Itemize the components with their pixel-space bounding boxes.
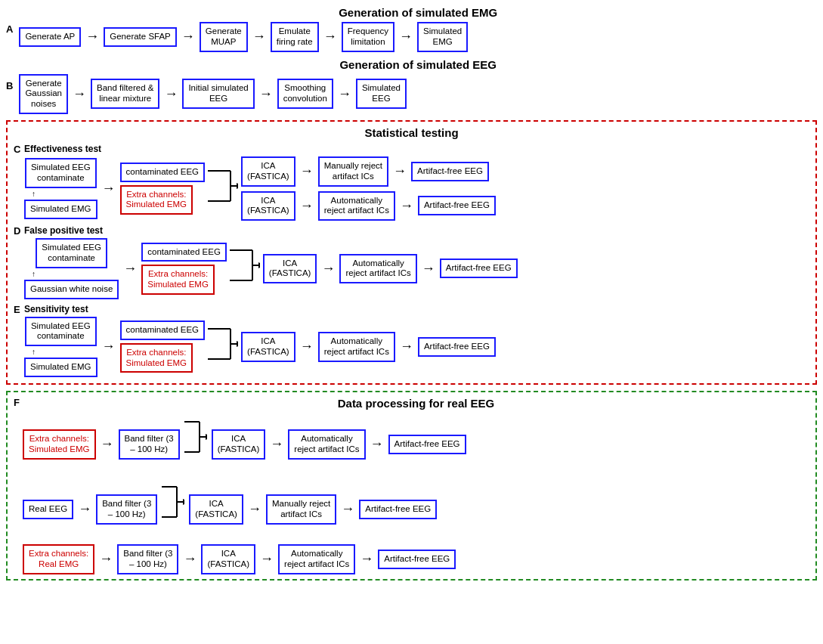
e-fork-svg <box>208 317 238 377</box>
d-input-eeg: Simulated EEGcontaminate <box>36 238 107 268</box>
e-input-emg: Simulated EMG <box>24 358 97 377</box>
label-b: B <box>6 80 13 91</box>
f-arrow-r3-1: → <box>99 551 113 567</box>
section-c: C Effectiveness test Simulated EEGcontam… <box>14 144 809 221</box>
f-arrow-ica-r1: → <box>270 436 283 452</box>
d-fork-svg <box>230 238 260 299</box>
arrow-5: → <box>399 29 413 45</box>
f-arrow-r3-2: → <box>183 551 196 567</box>
c-sublabel: Effectiveness test <box>24 144 809 154</box>
d-arrow1: → <box>123 261 137 277</box>
section-statistical: Statistical testing C Effectiveness test… <box>6 120 817 385</box>
f-filter-r2: Band filter (3– 100 Hz) <box>96 494 157 525</box>
arrow-1: → <box>85 29 99 45</box>
c-arrow-rej1: → <box>393 163 407 179</box>
section-e: E Sensitivity test Simulated EEGcontamin… <box>14 304 809 377</box>
d-arrow-ica1: → <box>321 261 335 277</box>
arrow-4: → <box>323 29 337 45</box>
c-arrow-ica2: → <box>300 198 314 214</box>
arrow-b4: → <box>338 86 351 102</box>
d-contaminated: contaminated EEG <box>141 243 227 262</box>
e-arrow-rej1: → <box>400 339 413 355</box>
e-up-arrow: ↑ <box>32 348 36 356</box>
f-reject-r1: Automaticallyreject artifact ICs <box>288 429 365 460</box>
e-arrow-ica1: → <box>300 339 314 355</box>
box-simulated-eeg-b: SimulatedEEG <box>356 79 407 109</box>
box-smoothing: Smoothingconvolution <box>277 79 333 109</box>
d-extra-channels: Extra channels:Simulated EMG <box>141 265 215 295</box>
f-ica-r3: ICA(FASTICA) <box>201 544 255 574</box>
arrow-3: → <box>252 29 266 45</box>
box-generate-ap: Generate AP <box>19 27 81 47</box>
c-input-eeg: Simulated EEGcontaminate <box>25 158 97 188</box>
box-generate-sfap: Generate SFAP <box>104 27 177 47</box>
c-fork-svg <box>208 159 238 219</box>
f-reject-r2: Manually rejectartifact ICs <box>266 494 336 525</box>
section-a-title: Generation of simulated EMG <box>19 6 817 19</box>
e-reject1: Automaticallyreject artifact ICs <box>318 332 395 362</box>
f-arrow-r2-1: → <box>78 501 91 517</box>
svg-marker-4 <box>237 183 238 189</box>
e-contaminated: contaminated EEG <box>120 320 206 340</box>
label-f: F <box>14 397 21 408</box>
section-a: A Generation of simulated EMG Generate A… <box>6 6 817 52</box>
f-ica-r1: ICA(FASTICA) <box>212 429 266 460</box>
c-output2: Artifact-free EEG <box>418 196 496 215</box>
f-ica-r2: ICA(FASTICA) <box>189 494 243 525</box>
d-ica1: ICA(FASTICA) <box>263 254 317 284</box>
d-sublabel: False positive test <box>24 225 809 236</box>
f-arrow-rej-r1: → <box>370 436 384 452</box>
arrow-b3: → <box>259 86 273 102</box>
c-input-emg: Simulated EMG <box>24 200 97 219</box>
c-output1: Artifact-free EEG <box>411 162 489 181</box>
svg-marker-9 <box>258 262 260 268</box>
c-ica1: ICA(FASTICA) <box>241 156 295 187</box>
e-arrow1: → <box>102 339 116 355</box>
c-reject1: Manually rejectartifact ICs <box>318 156 388 187</box>
e-extra-channels: Extra channels:Simulated EMG <box>120 343 193 373</box>
section-b: B Generation of simulated EEG GenerateGa… <box>6 58 817 114</box>
c-arrow1: → <box>102 181 116 197</box>
label-a: A <box>6 23 13 35</box>
e-sublabel: Sensitivity test <box>24 304 809 314</box>
f-title: Data processing for real EEG <box>23 397 809 410</box>
section-f: F Data processing for real EEG Extra cha… <box>6 391 817 581</box>
f-filter-r1: Band filter (3– 100 Hz) <box>119 429 180 460</box>
c-contaminated: contaminated EEG <box>120 163 206 182</box>
d-output1: Artifact-free EEG <box>440 259 518 278</box>
f-input-simemg: Extra channels:Simulated EMG <box>23 429 96 460</box>
e-ica1: ICA(FASTICA) <box>241 332 295 362</box>
svg-marker-14 <box>237 341 238 347</box>
arrow-2: → <box>181 29 195 45</box>
arrow-b2: → <box>164 86 178 102</box>
section-d: D False positive test Simulated EEGconta… <box>14 225 809 299</box>
box-initial-eeg: Initial simulatedEEG <box>182 79 254 109</box>
d-reject1: Automaticallyreject artifact ICs <box>339 254 416 284</box>
e-output1: Artifact-free EEG <box>418 337 496 357</box>
f-input-realeeg: Real EEG <box>23 500 73 519</box>
c-arrow-ica1: → <box>300 163 314 179</box>
box-simulated-emg: SimulatedEMG <box>417 22 468 52</box>
box-generate-muap: GenerateMUAP <box>200 22 248 52</box>
f-output-r2: Artifact-free EEG <box>359 500 437 519</box>
stat-title: Statistical testing <box>14 126 809 139</box>
d-up-arrow: ↑ <box>32 270 36 278</box>
c-up-arrow: ↑ <box>32 190 36 198</box>
f-arrow-ica-r2: → <box>248 501 261 517</box>
f-input-realemg: Extra channels:Real EMG <box>23 544 94 574</box>
label-d: D <box>14 225 21 237</box>
c-arrow-rej2: → <box>400 198 413 214</box>
f-arrow-rej-r3: → <box>360 551 373 567</box>
f-fork-top-svg <box>184 414 207 475</box>
box-band-filtered: Band filtered &linear mixture <box>91 79 159 109</box>
arrow-b1: → <box>73 86 86 102</box>
c-reject2: Automaticallyreject artifact ICs <box>318 191 395 221</box>
f-arrow-rej-r2: → <box>341 501 354 517</box>
box-gen-gaussian: GenerateGaussiannoises <box>19 74 68 114</box>
box-freq-limit: Frequencylimitation <box>342 22 394 52</box>
c-extra-channels: Extra channels:Simulated EMG <box>120 185 193 215</box>
section-b-title: Generation of simulated EEG <box>19 58 817 71</box>
f-arrow-ica-r3: → <box>260 551 274 567</box>
f-output-r3: Artifact-free EEG <box>378 550 456 569</box>
svg-marker-19 <box>206 434 207 440</box>
